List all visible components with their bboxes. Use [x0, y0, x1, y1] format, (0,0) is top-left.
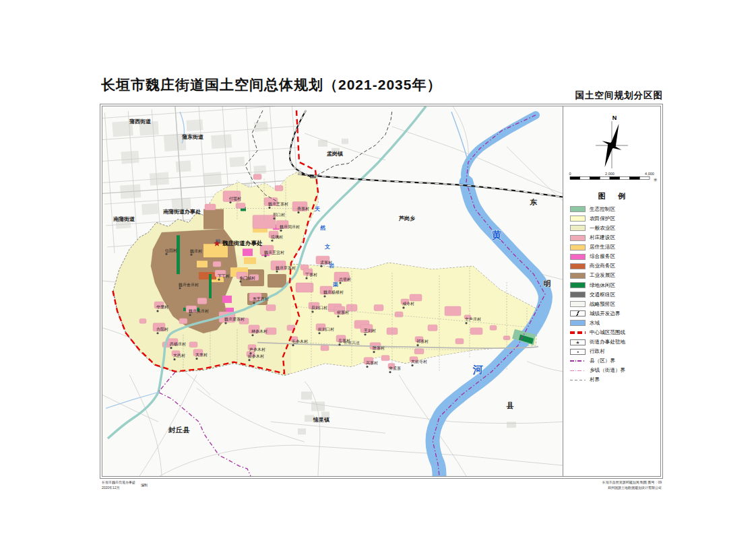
credit-right-role: 制图 [640, 480, 647, 484]
page-title: 长垣市魏庄街道国土空间总体规划（2021-2035年） [101, 75, 441, 94]
scale-unit: 米 [654, 178, 658, 182]
legend-item-label: 工业发展区 [590, 272, 615, 279]
region-label: 蒲东街道 [181, 133, 204, 140]
legend-item: 村界 [570, 377, 658, 384]
region-label: 河 [472, 364, 484, 375]
region-label: 南蒲街道 [113, 216, 135, 222]
village-label: 芦参木村 [249, 347, 265, 352]
legend-title: 图 例 [563, 191, 660, 201]
region-label: 南蒲街道办事处 [163, 209, 201, 215]
legend-item: 工业发展区 [570, 273, 658, 279]
village-patch [470, 328, 482, 335]
village-patch [205, 204, 216, 210]
legend-swatch [570, 301, 586, 307]
village-patch [410, 294, 422, 301]
legend-item: 交通枢纽区 [570, 292, 658, 298]
credit-right-number: 图号：09 [648, 480, 662, 484]
village-dot [373, 351, 375, 353]
village-label: 下丁村 [218, 274, 230, 279]
village-dot [264, 255, 266, 257]
legend-item: 商业商务区 [570, 263, 658, 270]
map-area[interactable]: 付堤村魏庄王寨村燕寨村邢口村魏庄周庄村琉璃村魏庄王宜村魏庄草寨村任固村魏庄村魏庄… [102, 106, 563, 476]
village-dot [239, 280, 241, 282]
village-dot [338, 343, 340, 345]
village-dot [218, 278, 220, 280]
village-patch [197, 298, 207, 304]
map-canvas: 付堤村魏庄王寨村燕寨村邢口村魏庄周庄村琉璃村魏庄王宜村魏庄草寨村任固村魏庄村魏庄… [102, 106, 563, 476]
legend-swatch [570, 225, 586, 231]
village-label: 魏庄村 [190, 248, 202, 254]
village-label: 祁寨村 [416, 339, 429, 344]
village-patch [189, 342, 197, 347]
village-dot [402, 306, 404, 308]
legend-swatch: ● [570, 349, 586, 355]
credit-left-date: 2020年12月 [102, 486, 120, 490]
region-label: 蒲西街道 [129, 119, 152, 125]
legend-swatch: ★ [570, 339, 586, 345]
region-label: 县 [507, 401, 514, 409]
village-label: 琉璃村 [271, 234, 283, 240]
legend-swatch [570, 244, 586, 251]
legend-item-label: 村界 [590, 376, 600, 383]
village-dot [179, 287, 181, 289]
village-dot [170, 347, 172, 349]
village-patch [387, 328, 398, 335]
village-label: 大东村 [195, 352, 208, 358]
village-label: 丁寨村 [305, 272, 317, 277]
region-label: 然 [319, 225, 326, 231]
village-label: 魏庄王寨村 [268, 201, 288, 207]
village-label: 陈寨村 [373, 345, 385, 351]
legend-swatch [570, 292, 586, 298]
village-label: 西杨庄村 [170, 341, 186, 347]
village-patch [266, 304, 276, 310]
street-office-seat-label: 魏庄街道办事处 [222, 240, 263, 246]
legend-item: 村庄建设区 [570, 234, 658, 241]
legend-item: 农田保护区 [570, 215, 658, 222]
legend-swatch [570, 320, 586, 326]
village-dot [224, 322, 226, 324]
village-label: 总管村 [338, 277, 351, 282]
legend-swatch [570, 206, 586, 212]
map-sheet-title: 国土空间规划分区图 [575, 90, 664, 102]
legend-item-label: 商业商务区 [590, 263, 615, 269]
village-label: 后刘口村 [311, 305, 327, 310]
legend-item-label: 居住生活区 [590, 244, 615, 251]
legend-item: 中心城区范围线 [570, 329, 658, 336]
legend-item: 战略预留区 [570, 301, 658, 308]
village-patch [253, 174, 261, 180]
legend-item: 绿地休闲区 [570, 282, 658, 289]
legend-item-label: 生态控制区 [590, 206, 615, 213]
village-label: 付堤村 [229, 196, 241, 201]
legend-swatch [570, 263, 586, 269]
village-dot [320, 265, 322, 267]
village-dot [156, 310, 158, 312]
village-dot [297, 211, 299, 213]
village-label: 任固村 [164, 248, 177, 253]
village-patch [414, 349, 424, 354]
village-patch [139, 319, 146, 323]
village-dot [339, 281, 341, 283]
legend-item-label: 一般农业区 [590, 225, 615, 232]
village-label: 前参木村 [247, 354, 264, 359]
region-label: 恼里镇 [313, 416, 329, 423]
legend-item-label: 街道办事处驻地 [590, 339, 625, 345]
village-dot [251, 334, 253, 336]
village-label: 魏庄杨楼村 [323, 290, 344, 295]
legend-swatch [570, 254, 586, 260]
compass: N [563, 113, 660, 172]
legend-item-label: 城镇开发边界 [590, 310, 621, 317]
village-dot [268, 207, 270, 209]
map-frame-inner: 付堤村魏庄王寨村燕寨村邢口村魏庄周庄村琉璃村魏庄王宜村魏庄草寨村任固村魏庄村魏庄… [102, 106, 661, 477]
village-patch [445, 306, 461, 316]
village-patch [275, 186, 283, 191]
village-label: 王刘村 [363, 328, 376, 333]
village-label: 乡门城村 [239, 275, 255, 281]
map-frame: 付堤村魏庄王寨村燕寨村邢口村魏庄周庄村琉璃村魏庄王宜村魏庄草寨村任固村魏庄村魏庄… [100, 104, 663, 479]
credit-right-company: 郑州国源土地勘测规划设计有限公司 [608, 486, 662, 490]
village-dot [280, 230, 282, 232]
region-label: 渠 [332, 281, 338, 288]
village-dot [292, 344, 294, 346]
village-label: 林参木村 [251, 329, 267, 334]
village-dot [156, 332, 158, 334]
village-dot [465, 322, 467, 324]
